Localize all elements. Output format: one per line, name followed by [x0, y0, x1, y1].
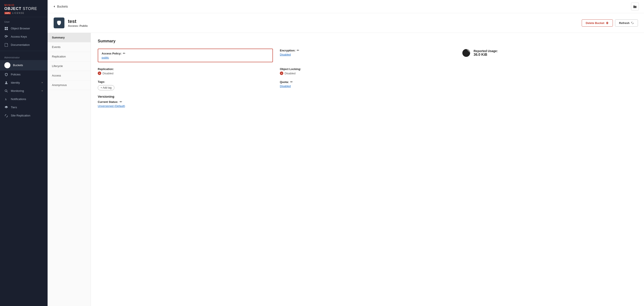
sidebar-item-label: Identity [11, 81, 20, 84]
replication-item: Replication: ✕ Disabled [98, 67, 273, 75]
reported-usage-display: Reported Usage: 36.0 KiB [462, 49, 637, 57]
chevron-down-icon: ▼ [41, 81, 43, 84]
nav-item-summary[interactable]: Summary [48, 33, 90, 42]
quota-link[interactable]: Disabled [280, 84, 291, 88]
usage-chart [462, 49, 470, 57]
sidebar-item-documentation[interactable]: Documentation [0, 41, 48, 49]
object-locking-status: ✕ Disabled [280, 71, 455, 75]
layers-icon [4, 105, 8, 109]
sidebar-item-buckets[interactable]: Buckets [0, 60, 48, 70]
encryption-label: Encryption: ✏ [280, 49, 455, 52]
svg-text:λ: λ [5, 98, 7, 101]
svg-rect-3 [6, 29, 8, 30]
refresh-button[interactable]: Refresh [615, 19, 638, 26]
bucket-svg-icon [56, 20, 62, 26]
summary-panel: Summary Access Policy: ✏ public [91, 33, 644, 306]
sidebar-item-tiers[interactable]: Tiers [0, 103, 48, 111]
doc-icon [4, 43, 8, 47]
logo-title: OBJECT STORE [4, 7, 43, 11]
person-icon [4, 81, 8, 85]
access-policy-value: public [102, 56, 269, 59]
svg-rect-1 [6, 27, 8, 28]
bucket-info: test Access: Public [68, 18, 88, 27]
sidebar-item-notifications[interactable]: λ Notifications [0, 95, 48, 103]
bucket-actions: Delete Bucket Refresh [582, 19, 638, 26]
svg-rect-0 [5, 27, 6, 28]
sidebar-item-object-browser[interactable]: Object Browser [0, 24, 48, 33]
nav-item-access[interactable]: Access [48, 71, 90, 80]
encryption-edit-icon[interactable]: ✏ [297, 49, 299, 52]
sidebar-item-label: Object Browser [11, 27, 30, 30]
sync-icon [4, 114, 8, 118]
sidebar-item-label: Monitoring [11, 89, 24, 92]
folder-icon-button[interactable] [631, 2, 639, 10]
folder-icon [633, 4, 637, 8]
svg-point-4 [6, 81, 7, 83]
delete-bucket-button[interactable]: Delete Bucket [582, 19, 613, 26]
versioning-link[interactable]: Unversioned (Default) [98, 104, 125, 108]
access-policy-link[interactable]: public [102, 56, 109, 59]
nav-item-events[interactable]: Events [48, 42, 90, 52]
bucket-access: Access: Public [68, 24, 88, 27]
add-tag-button[interactable]: + Add tag [98, 85, 114, 90]
svg-rect-2 [5, 29, 6, 30]
versioning-section: Versioning Current Status: ✏ Unversioned… [98, 95, 637, 108]
sidebar-item-identity[interactable]: Identity ▼ [0, 79, 48, 87]
quota-item: Quota: ✏ Disabled [280, 80, 455, 88]
back-to-buckets-link[interactable]: Buckets [53, 5, 68, 8]
sidebar-item-policies[interactable]: Policies [0, 70, 48, 79]
back-arrow-icon [53, 5, 56, 8]
versioning-edit-icon[interactable]: ✏ [120, 100, 122, 103]
object-locking-item: Object Locking: ✕ Disabled [280, 67, 455, 75]
sidebar-item-access-keys[interactable]: Access Keys [0, 33, 48, 41]
access-policy-box: Access Policy: ✏ public [98, 49, 273, 62]
quota-value: Disabled [280, 84, 455, 88]
administrator-section-label: Administrator [0, 53, 48, 60]
replication-disabled-icon: ✕ [98, 71, 101, 75]
encryption-link[interactable]: Disabled [280, 53, 291, 56]
monitoring-icon [4, 89, 8, 93]
nav-item-lifecycle[interactable]: Lifecycle [48, 61, 90, 71]
sidebar-item-monitoring[interactable]: Monitoring ▼ [0, 87, 48, 95]
sidebar-item-label: Tiers [11, 106, 17, 109]
key-icon [4, 35, 8, 39]
bucket-icon-graphic [54, 17, 64, 28]
access-policy-edit-icon[interactable]: ✏ [123, 52, 126, 55]
sidebar-item-label: Documentation [11, 43, 30, 46]
sidebar-item-label: Buckets [13, 63, 23, 67]
sidebar-item-label: Notifications [11, 97, 26, 101]
encryption-item: Encryption: ✏ Disabled [280, 49, 455, 56]
current-status-value: Unversioned (Default) [98, 104, 637, 108]
bucket-icon [4, 62, 10, 68]
sidebar-item-label: Policies [11, 73, 20, 76]
reported-usage-item: Reported Usage: 36.0 KiB [462, 49, 637, 57]
object-locking-label: Object Locking: [280, 67, 455, 71]
reported-usage-value: 36.0 KiB [474, 53, 498, 57]
svg-line-6 [7, 91, 8, 92]
access-policy-item: Access Policy: ✏ public [98, 49, 273, 62]
grid-icon [4, 26, 8, 30]
usage-info: Reported Usage: 36.0 KiB [474, 49, 498, 57]
access-policy-label: Access Policy: ✏ [102, 52, 269, 55]
logo-license: AGPL LICENSE [4, 12, 43, 14]
object-locking-disabled-icon: ✕ [280, 71, 283, 75]
chevron-down-icon: ▼ [41, 90, 43, 92]
replication-label: Replication: [98, 67, 273, 71]
sidebar-item-label: Site Replication [11, 114, 30, 117]
summary-title: Summary [98, 39, 637, 43]
versioning-title: Versioning [98, 95, 637, 98]
sidebar-item-site-replication[interactable]: Site Replication [0, 111, 48, 120]
current-status-label: Current Status: ✏ [98, 100, 637, 103]
logo-brand: MINIO [4, 3, 43, 7]
svg-rect-8 [58, 21, 60, 22]
content-area: Summary Events Replication Lifecycle Acc… [48, 33, 644, 306]
quota-label: Quota: ✏ [280, 80, 455, 84]
quota-edit-icon[interactable]: ✏ [290, 80, 293, 84]
sidebar: MINIO OBJECT STORE AGPL LICENSE User Obj… [0, 0, 48, 306]
bucket-left-nav: Summary Events Replication Lifecycle Acc… [48, 33, 91, 306]
logo-license-text: LICENSE [12, 12, 24, 14]
bucket-name: test [68, 18, 88, 24]
topbar: Buckets [48, 0, 644, 13]
nav-item-anonymous[interactable]: Anonymous [48, 80, 90, 90]
nav-item-replication[interactable]: Replication [48, 52, 90, 61]
